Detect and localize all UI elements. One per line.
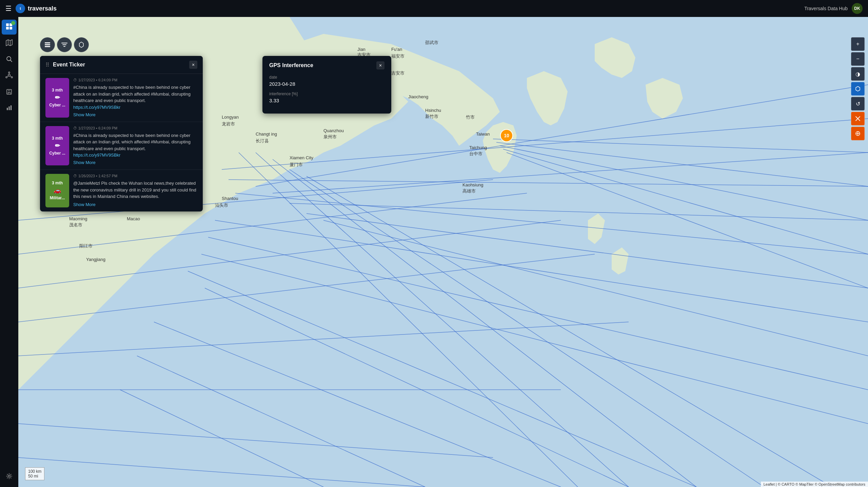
ticker-link-2[interactable]: https://t.co/y97MV9SBkr [73,153,120,158]
svg-rect-17 [7,89,12,94]
clock-icon: ⏱ [73,78,77,82]
ticker-text-1: #China is already suspected to have been… [73,84,197,104]
event-ticker-title: Event Ticker [53,62,189,68]
sidebar-settings[interactable] [2,469,17,484]
svg-text:Yangjiang: Yangjiang [86,257,105,262]
minus-icon: − [856,56,859,62]
zoom-out-button[interactable]: − [851,52,865,66]
map-container[interactable]: 10 中国 福安市 邵武市 Fu'an 福安市 邵武市 Changt ing 长… [18,17,868,487]
cyber-icon: ✏ [55,94,60,101]
svg-text:福安市: 福安市 [391,54,405,59]
ticker-age-1: 3 mth [52,88,63,93]
theme-toggle-button[interactable]: ◑ [851,67,865,81]
svg-rect-95 [45,42,50,43]
gps-interference-popup: GPS Interference × date 2023-04-28 inter… [262,56,391,114]
svg-text:龙岩市: 龙岩市 [222,121,235,126]
gps-interference-value: 3.33 [269,98,384,103]
ticker-time-2: ⏱ 1/27/2023 • 6:24:09 PM [73,126,197,130]
svg-text:高雄市: 高雄市 [462,188,476,194]
hexgrid-toolbar-btn[interactable] [74,37,89,52]
svg-text:Changt ing: Changt ing [256,131,277,137]
sidebar-item-building[interactable] [2,85,17,100]
refresh-button[interactable]: ↺ [851,97,865,110]
scale-km: 100 km [28,469,41,474]
ticker-show-more-1[interactable]: Show More [73,112,96,117]
ticker-link-1[interactable]: https://t.co/y97MV9SBkr [73,105,120,110]
svg-text:泉州市: 泉州市 [323,134,337,139]
svg-rect-19 [9,90,10,91]
gps-popup-close-button[interactable]: × [376,61,384,69]
search-icon [6,56,13,64]
sidebar-item-chart[interactable] [2,101,17,116]
svg-text:阳江市: 阳江市 [79,243,93,248]
app-title: Traversals Data Hub [804,6,848,11]
layers-toolbar-btn[interactable] [40,37,55,52]
ticker-category-3: Militar... [50,196,65,200]
ticker-content-3: ⏱ 1/26/2023 • 1:42:57 PM @JamieMetzl Pls… [73,174,197,207]
svg-rect-96 [45,44,50,45]
ticker-text-3: @JamieMetzl Pls check the Wuhan local ne… [73,180,197,200]
gps-popup-header: GPS Interference × [269,61,384,69]
map-toolbar [40,37,89,52]
refresh-icon: ↺ [856,101,860,107]
left-sidebar [0,17,18,487]
svg-text:茂名市: 茂名市 [69,222,82,227]
ticker-badge-military: 3 mth 🚗 Militar... [45,174,69,207]
svg-rect-4 [6,27,9,29]
svg-text:Quanzhou: Quanzhou [323,128,344,133]
sidebar-item-map[interactable] [2,36,17,51]
chart-icon [6,104,13,113]
right-toolbar: + − ◑ ↺ [851,37,865,140]
hamburger-menu[interactable]: ☰ [5,4,12,13]
svg-text:Kaohsiung: Kaohsiung [462,182,483,187]
noise-button[interactable] [851,127,865,140]
military-icon: 🚗 [54,187,61,194]
top-navigation: ☰ t traversals Traversals Data Hub DK [0,0,868,17]
ticker-show-more-2[interactable]: Show More [73,160,96,165]
svg-text:Jian: Jian [357,47,366,52]
svg-text:Taichung: Taichung [469,145,487,150]
sidebar-item-dashboard[interactable] [2,20,17,35]
ticker-content-1: ⏱ 1/27/2023 • 6:24:09 PM #China is alrea… [73,78,197,118]
svg-rect-21 [9,106,10,110]
zoom-in-button[interactable]: + [851,37,865,51]
network-icon [5,72,13,81]
svg-text:竹市: 竹市 [466,115,475,120]
clock-icon-3: ⏱ [73,174,77,178]
svg-text:Fu'an: Fu'an [391,47,402,52]
topnav-right: Traversals Data Hub DK [804,3,863,14]
map-icon [5,39,13,48]
svg-rect-5 [9,27,12,29]
ticker-time-1: ⏱ 1/27/2023 • 6:24:09 PM [73,78,197,82]
map-scale: 100 km 50 mi [25,467,44,480]
logo-icon: t [16,4,25,13]
event-ticker-close-button[interactable]: × [189,61,197,69]
sidebar-item-search[interactable] [2,52,17,67]
ticker-age-3: 3 mth [52,181,63,185]
cut-button[interactable] [851,112,865,125]
app-name: traversals [28,5,57,12]
svg-text:Taiwan: Taiwan [476,131,490,137]
sidebar-item-network[interactable] [2,68,17,83]
ticker-show-more-3[interactable]: Show More [73,202,96,207]
svg-point-12 [6,77,7,78]
building-icon [6,88,13,97]
svg-text:Longyan: Longyan [222,115,239,120]
svg-text:Shantou: Shantou [222,196,238,201]
svg-text:邵武市: 邵武市 [425,40,438,45]
ticker-badge-cyber-2: 3 mth ✏ Cyber ... [45,126,69,166]
settings-icon [6,473,13,481]
svg-marker-98 [79,42,83,47]
user-avatar[interactable]: DK [852,3,863,14]
svg-text:吉安市: 吉安市 [391,70,405,76]
svg-line-16 [10,76,11,77]
ticker-badge-cyber: 3 mth ✏ Cyber ... [45,78,69,118]
ticker-text-2: #China is already suspected to have been… [73,132,197,152]
gps-date-value: 2023-04-28 [269,81,384,87]
layers-right-button[interactable] [851,82,865,96]
svg-text:台中市: 台中市 [469,151,482,156]
drag-handle-icon: ⠿ [45,62,50,68]
filter-toolbar-btn[interactable] [57,37,72,52]
ticker-content-2: ⏱ 1/27/2023 • 6:24:09 PM #China is alrea… [73,126,197,166]
svg-text:Hsinchu: Hsinchu [425,108,441,113]
